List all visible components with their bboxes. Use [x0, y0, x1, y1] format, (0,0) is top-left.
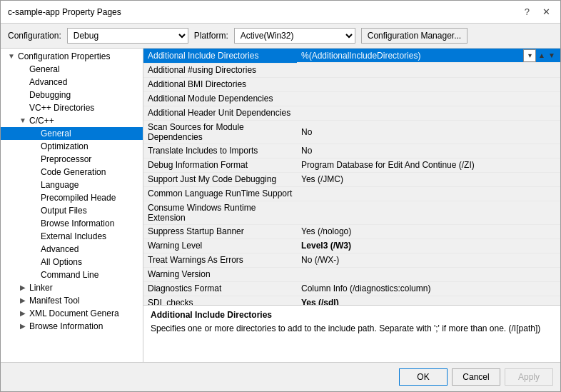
expand-icon: [29, 154, 39, 164]
tree-item-output-files[interactable]: Output Files: [1, 204, 143, 217]
expand-icon: [29, 218, 39, 228]
tree-item-manifest-tool[interactable]: ▶Manifest Tool: [1, 294, 143, 307]
table-row[interactable]: Support Just My Code DebuggingYes (/JMC): [143, 172, 560, 186]
prop-value-cell: Level3 (/W3): [297, 238, 560, 253]
tree-item-xml-doc[interactable]: ▶XML Document Genera: [1, 307, 143, 320]
tree-item-label: VC++ Directories: [29, 103, 94, 113]
prop-value-cell: Yes (/nologo): [297, 224, 560, 238]
tree-item-label: Browse Information: [29, 321, 103, 331]
tree-item-linker[interactable]: ▶Linker: [1, 281, 143, 294]
tree-item-label: Manifest Tool: [29, 296, 79, 306]
prop-name-cell: SDL checks: [143, 296, 297, 305]
tree-item-vc-dirs[interactable]: VC++ Directories: [1, 101, 143, 114]
config-select[interactable]: Debug: [67, 28, 188, 44]
config-manager-button[interactable]: Configuration Manager...: [361, 28, 468, 44]
tree-item-all-options[interactable]: All Options: [1, 256, 143, 268]
props-table-container: Additional Include Directories%(Addition…: [143, 49, 560, 305]
table-row[interactable]: Consume Windows Runtime Extension: [143, 201, 560, 224]
tree-item-config-props[interactable]: ▼Configuration Properties: [1, 50, 143, 63]
description-panel: Additional Include Directories Specifies…: [143, 305, 560, 362]
tree-item-label: Language: [41, 180, 79, 190]
table-row[interactable]: Translate Includes to ImportsNo: [143, 144, 560, 158]
tree-item-label: Output Files: [41, 206, 87, 216]
apply-button[interactable]: Apply: [505, 368, 553, 386]
tree-item-browse-info[interactable]: Browse Information: [1, 217, 143, 230]
tree-item-label: Preprocessor: [41, 154, 91, 164]
close-button[interactable]: ✕: [540, 6, 553, 17]
config-bar: Configuration: Debug Platform: Active(Wi…: [1, 24, 560, 49]
expand-icon: ▼: [6, 51, 16, 61]
right-panel: Additional Include Directories%(Addition…: [143, 49, 560, 362]
table-wrapper: Additional Include Directories%(Addition…: [143, 49, 560, 305]
tree-item-label: XML Document Genera: [29, 308, 119, 318]
tree-item-preprocessor[interactable]: Preprocessor: [1, 153, 143, 166]
prop-name-cell: Warning Version: [143, 267, 297, 281]
tree-item-general[interactable]: General: [1, 63, 143, 76]
tree-item-label: C/C++: [29, 116, 54, 126]
table-row[interactable]: Additional Include Directories%(Addition…: [143, 49, 560, 63]
table-row[interactable]: Treat Warnings As ErrorsNo (/WX-): [143, 253, 560, 267]
tree-item-browse-info2[interactable]: ▶Browse Information: [1, 320, 143, 333]
property-pages-window: c-sample-app Property Pages ? ✕ Configur…: [0, 0, 561, 392]
props-table: Additional Include Directories%(Addition…: [143, 49, 560, 305]
prop-value-cell: [297, 106, 560, 120]
table-row[interactable]: Warning Version: [143, 267, 560, 281]
prop-name-cell: Additional #using Directories: [143, 63, 297, 77]
title-bar: c-sample-app Property Pages ? ✕: [1, 1, 560, 24]
tree-item-ext-includes[interactable]: External Includes: [1, 230, 143, 243]
expand-icon: ▶: [18, 283, 28, 293]
prop-name-cell: Additional BMI Directories: [143, 77, 297, 91]
expand-icon: ▶: [18, 321, 28, 331]
tree-item-label: Command Line: [41, 270, 98, 280]
tree-item-label: General: [41, 129, 71, 139]
tree-item-cpp[interactable]: ▼C/C++: [1, 114, 143, 127]
scroll-up-button[interactable]: ▲: [537, 51, 546, 60]
prop-value-text: %(AdditionalIncludeDirectories): [301, 51, 420, 61]
prop-name-cell: Suppress Startup Banner: [143, 224, 297, 238]
prop-value-cell: Yes (/sdl): [297, 296, 560, 305]
cancel-button[interactable]: Cancel: [452, 368, 500, 386]
table-row[interactable]: Scan Sources for Module DependenciesNo: [143, 120, 560, 144]
ok-button[interactable]: OK: [399, 368, 448, 386]
table-row[interactable]: Additional Header Unit Dependencies: [143, 106, 560, 120]
table-row[interactable]: Debug Information FormatProgram Database…: [143, 158, 560, 172]
tree-item-cmd-line[interactable]: Command Line: [1, 268, 143, 281]
table-row[interactable]: Additional #using Directories: [143, 63, 560, 77]
platform-select[interactable]: Active(Win32): [234, 28, 355, 44]
value-dropdown-button[interactable]: ▾: [523, 49, 536, 62]
expand-icon: [29, 206, 39, 216]
table-row[interactable]: Common Language RunTime Support: [143, 186, 560, 201]
prop-name-cell: Debug Information Format: [143, 158, 297, 172]
tree-item-precomp-header[interactable]: Precompiled Heade: [1, 191, 143, 204]
prop-name-cell: Common Language RunTime Support: [143, 186, 297, 201]
tree-item-optimization[interactable]: Optimization: [1, 140, 143, 153]
prop-name-cell: Support Just My Code Debugging: [143, 172, 297, 186]
tree-item-label: Code Generation: [41, 167, 106, 177]
window-title: c-sample-app Property Pages: [8, 7, 121, 17]
help-button[interactable]: ?: [522, 6, 532, 17]
table-row[interactable]: Additional Module Dependencies: [143, 91, 560, 106]
tree-item-cpp-general[interactable]: General: [1, 127, 143, 140]
tree-item-label: External Includes: [41, 231, 106, 241]
tree-item-code-gen[interactable]: Code Generation: [1, 166, 143, 179]
table-row[interactable]: Suppress Startup BannerYes (/nologo): [143, 224, 560, 238]
tree-item-language[interactable]: Language: [1, 179, 143, 191]
expand-icon: [29, 180, 39, 190]
prop-name-cell: Consume Windows Runtime Extension: [143, 201, 297, 224]
desc-text: Specifies one or more directories to add…: [151, 323, 553, 335]
table-row[interactable]: SDL checksYes (/sdl): [143, 296, 560, 305]
prop-value-cell: [297, 186, 560, 201]
tree-item-debugging[interactable]: Debugging: [1, 89, 143, 101]
scroll-down-button[interactable]: ▼: [547, 51, 556, 60]
prop-value-cell: [297, 201, 560, 224]
table-row[interactable]: Warning LevelLevel3 (/W3): [143, 238, 560, 253]
tree-item-label: Browse Information: [41, 218, 114, 228]
table-row[interactable]: Diagnostics FormatColumn Info (/diagnost…: [143, 281, 560, 296]
prop-value-cell: Yes (/JMC): [297, 172, 560, 186]
tree-item-advanced[interactable]: Advanced: [1, 76, 143, 89]
tree-item-label: All Options: [41, 257, 82, 267]
prop-name-cell: Additional Module Dependencies: [143, 91, 297, 106]
tree-item-advanced2[interactable]: Advanced: [1, 243, 143, 256]
table-row[interactable]: Additional BMI Directories: [143, 77, 560, 91]
prop-value-cell: [297, 77, 560, 91]
